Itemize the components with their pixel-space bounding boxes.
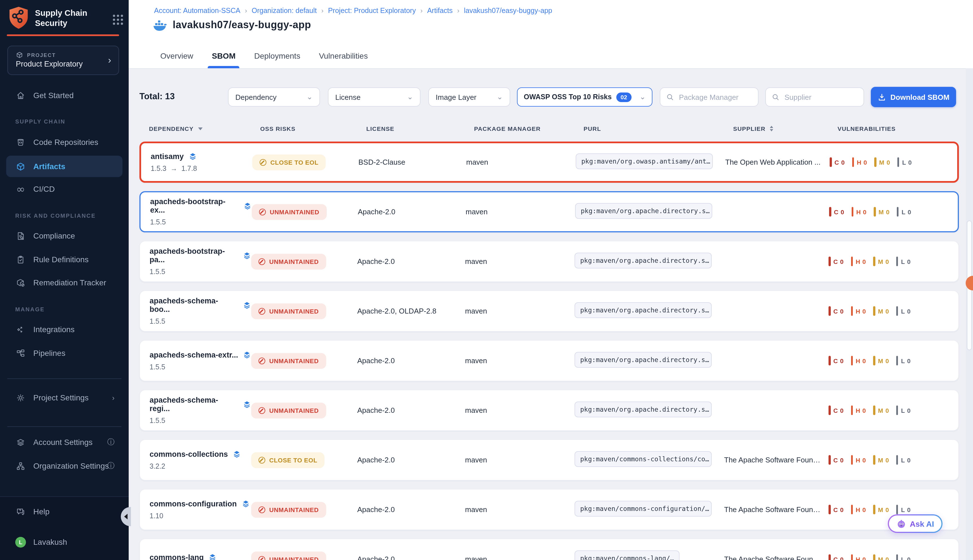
column-header-supplier[interactable]: SUPPLIER xyxy=(733,125,774,132)
column-label: OSS RISKS xyxy=(260,125,296,132)
layers-icon xyxy=(243,301,251,309)
sidebar-item-account-settings[interactable]: Account Settings ⓘ xyxy=(6,433,122,452)
tab-vulnerabilities[interactable]: Vulnerabilities xyxy=(319,43,368,68)
purl-pill[interactable]: pkg:maven/org.apache.directory.s… xyxy=(575,352,712,367)
column-header-dependency[interactable]: DEPENDENCY xyxy=(149,125,202,132)
info-icon[interactable]: ⓘ xyxy=(107,437,115,447)
layers-icon xyxy=(243,400,251,408)
dependency-version: 1.5.5 → xyxy=(150,318,251,325)
breadcrumb-item[interactable]: Account: Automation-SSCA xyxy=(154,7,241,15)
document-search-icon xyxy=(15,231,26,240)
vuln-count-m: M0 xyxy=(874,157,890,167)
package-manager-search[interactable] xyxy=(660,87,759,107)
license-cell: Apache-2.0 xyxy=(357,357,465,365)
breadcrumb-item[interactable]: lavakush07/easy-buggy-app xyxy=(464,7,552,15)
vuln-count-h: H0 xyxy=(851,257,866,266)
purl-pill[interactable]: pkg:maven/commons-lang/… xyxy=(575,550,679,560)
supplier-input[interactable] xyxy=(783,92,858,102)
info-icon[interactable]: ⓘ xyxy=(107,461,115,471)
table-row[interactable]: commons-collections 3.2.2 → xyxy=(139,439,959,480)
vuln-count-c: C0 xyxy=(829,356,843,365)
oss-risk-badge: CLOSE TO EOL xyxy=(251,452,325,468)
org-hierarchy-icon xyxy=(15,461,26,471)
table-row[interactable]: apacheds-bootstrap-pa... 1.5.5 → xyxy=(139,241,959,282)
collapse-arrow-icon xyxy=(124,514,127,519)
filter-dropdown-image-layer[interactable]: Image Layer⌄ xyxy=(428,87,510,107)
purl-pill[interactable]: pkg:maven/org.apache.directory.s… xyxy=(575,401,712,417)
table-row[interactable]: apacheds-bootstrap-ex... 1.5.5 → xyxy=(139,191,959,232)
sidebar-item-integrations[interactable]: Integrations xyxy=(6,320,122,339)
sidebar-item-compliance[interactable]: Compliance xyxy=(6,226,122,245)
sidebar-item-code-repositories[interactable]: Code Repositories xyxy=(6,133,122,152)
vuln-count-l: L0 xyxy=(896,356,911,365)
filter-dropdown-dependency[interactable]: Dependency⌄ xyxy=(228,87,320,107)
table-row[interactable]: commons-lang → UN xyxy=(139,538,959,560)
table-row[interactable]: commons-configuration 1.10 → xyxy=(139,489,959,530)
sidebar-item-pipelines[interactable]: Pipelines xyxy=(6,343,122,363)
scrollbar-track[interactable] xyxy=(966,68,973,560)
filter-dropdown-license[interactable]: License⌄ xyxy=(328,87,420,107)
sidebar-item-cicd[interactable]: ∞ CI/CD xyxy=(6,179,122,198)
package-manager-input[interactable] xyxy=(678,92,752,102)
project-selector[interactable]: PROJECT Product Exploratory › xyxy=(7,46,119,75)
brand-name: Supply Chain Security xyxy=(35,8,89,28)
breadcrumb-item[interactable]: Artifacts xyxy=(427,7,453,15)
purl-pill[interactable]: pkg:maven/org.owasp.antisamy/ant… xyxy=(576,153,713,169)
table-row[interactable]: apacheds-schema-extr... 1.5.5 → xyxy=(139,340,959,381)
dependency-version: 1.5.5 → xyxy=(150,218,252,226)
purl-pill[interactable]: pkg:maven/commons-collections/co… xyxy=(575,451,712,467)
column-label: PACKAGE MANAGER xyxy=(474,125,541,132)
sidebar-item-label: Help xyxy=(33,507,50,516)
table-row[interactable]: apacheds-schema-boo... 1.5.5 → xyxy=(139,290,959,332)
column-label: LICENSE xyxy=(366,125,394,132)
purl-pill[interactable]: pkg:maven/org.apache.directory.s… xyxy=(575,252,712,268)
dependency-name: antisamy xyxy=(151,152,184,160)
sidebar-item-project-settings[interactable]: Project Settings › xyxy=(6,388,122,407)
code-repo-icon xyxy=(15,137,26,147)
search-icon xyxy=(666,93,674,101)
supplier-search[interactable] xyxy=(765,87,864,107)
package-manager-cell: maven xyxy=(465,505,575,514)
ask-ai-button[interactable]: Ask AI xyxy=(888,514,943,533)
oss-risk-label: UNMAINTAINED xyxy=(269,506,319,513)
table-row[interactable]: apacheds-schema-regi... 1.5.5 → xyxy=(139,390,959,431)
tab-bar: OverviewSBOMDeploymentsVulnerabilities xyxy=(160,43,368,68)
sidebar-item-label: Pipelines xyxy=(33,348,65,358)
purl-pill[interactable]: pkg:maven/commons-configuration/… xyxy=(575,500,712,516)
user-menu[interactable]: L Lavakush xyxy=(6,532,122,552)
vuln-count-l: L0 xyxy=(897,207,911,217)
sidebar-item-artifacts[interactable]: Artifacts xyxy=(6,156,122,177)
sidebar-item-label: Code Repositories xyxy=(33,138,98,147)
download-sbom-button[interactable]: Download SBOM xyxy=(871,87,956,107)
chevron-down-icon: ⌄ xyxy=(497,95,503,99)
purl-pill[interactable]: pkg:maven/org.apache.directory.s… xyxy=(575,203,712,218)
sidebar-item-help[interactable]: Help xyxy=(6,502,122,521)
sidebar-item-label: Organization Settings xyxy=(33,461,109,470)
sidebar-item-organization-settings[interactable]: Organization Settings ⓘ xyxy=(6,456,122,475)
box-icon xyxy=(15,162,26,171)
sidebar-item-remediation-tracker[interactable]: Remediation Tracker xyxy=(6,273,122,292)
oss-risk-cell: UNMAINTAINED xyxy=(251,253,357,269)
tab-overview[interactable]: Overview xyxy=(160,43,193,68)
dependency-version: 1.5.5 → xyxy=(150,417,251,425)
purl-cell: pkg:maven/org.apache.directory.s… xyxy=(575,203,725,221)
tab-deployments[interactable]: Deployments xyxy=(254,43,300,68)
breadcrumb-item[interactable]: Organization: default xyxy=(252,7,317,15)
package-manager-cell: maven xyxy=(465,456,575,464)
sidebar-item-rule-definitions[interactable]: Rule Definitions xyxy=(6,250,122,269)
help-chat-icon xyxy=(15,507,26,516)
breadcrumb-separator: › xyxy=(420,7,423,15)
sidebar-footer: Help L Lavakush xyxy=(0,496,129,560)
purl-pill[interactable]: pkg:maven/org.apache.directory.s… xyxy=(575,302,712,318)
column-header-license: LICENSE xyxy=(366,125,394,132)
table-row[interactable]: antisamy 1.5.3 → 1.7.8 xyxy=(139,142,959,183)
box-wrench-icon xyxy=(15,278,26,287)
project-name: Product Exploratory xyxy=(16,60,119,68)
prohibited-icon xyxy=(259,357,265,364)
vulnerabilities-cell: C0H0M0L0 xyxy=(830,157,957,167)
breadcrumb-item[interactable]: Project: Product Exploratory xyxy=(328,7,416,15)
app-switcher-icon[interactable] xyxy=(113,15,115,17)
tab-sbom[interactable]: SBOM xyxy=(212,43,236,68)
sidebar-item-get-started[interactable]: Get Started xyxy=(6,86,122,105)
owasp-risk-filter[interactable]: OWASP OSS Top 10 Risks 02 ⌄ xyxy=(517,87,652,107)
